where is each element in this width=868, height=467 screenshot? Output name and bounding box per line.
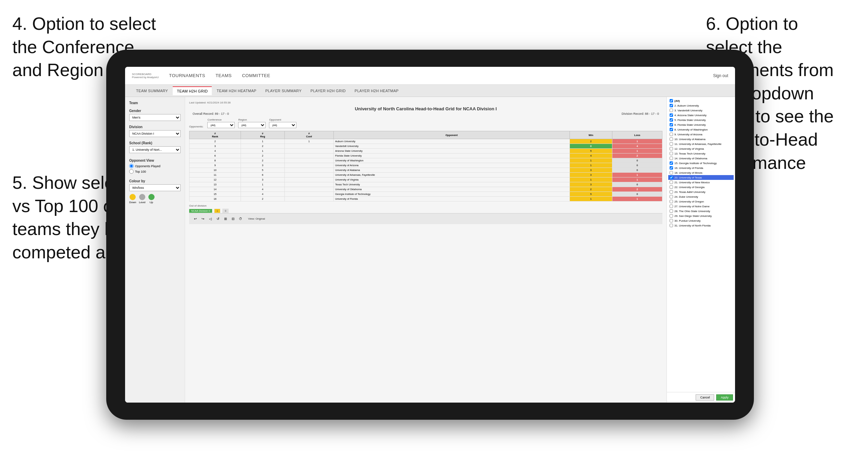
- cell-opponent: Texas Tech University: [333, 182, 570, 187]
- dropdown-checkbox[interactable]: [670, 209, 673, 213]
- dropdown-item-label: 28. The Ohio State University: [674, 210, 710, 213]
- dropdown-checkbox[interactable]: [670, 224, 673, 227]
- school-select[interactable]: 1. University of Nort...: [129, 146, 181, 153]
- dropdown-checkbox[interactable]: [670, 109, 673, 112]
- cancel-button[interactable]: Cancel: [696, 394, 714, 401]
- dropdown-checkbox[interactable]: [670, 205, 673, 208]
- dropdown-checkbox[interactable]: [670, 128, 673, 131]
- sign-out-button[interactable]: Sign out: [713, 73, 728, 78]
- dropdown-checkbox[interactable]: [670, 195, 673, 198]
- dropdown-checkbox[interactable]: [670, 157, 673, 160]
- dropdown-item[interactable]: 31. University of North Florida: [668, 223, 734, 228]
- colour-select[interactable]: Win/loss: [129, 184, 181, 191]
- apply-button[interactable]: Apply: [716, 394, 733, 401]
- dropdown-item[interactable]: 24. Duke University: [668, 194, 734, 199]
- back-icon[interactable]: ◁: [208, 216, 213, 222]
- radio-opponents-played[interactable]: Opponents Played: [129, 164, 181, 168]
- up-label: Up: [149, 201, 153, 204]
- dropdown-item[interactable]: 13. Texas Tech University: [668, 151, 734, 156]
- dropdown-item[interactable]: 5. Florida State University: [668, 118, 734, 122]
- cell-reg: 1: [241, 149, 284, 153]
- dropdown-checkbox[interactable]: [670, 123, 673, 126]
- dropdown-item[interactable]: 20. University of Texas: [668, 175, 734, 180]
- cell-loss: 0: [612, 182, 662, 187]
- col-rank: #Rank: [190, 131, 241, 139]
- dropdown-item[interactable]: 6. Florida State University: [668, 122, 734, 127]
- dropdown-checkbox[interactable]: [670, 200, 673, 203]
- dropdown-item[interactable]: 9. University of Arizona: [668, 132, 734, 137]
- tab-player-summary[interactable]: PLAYER SUMMARY: [261, 87, 306, 95]
- region-select[interactable]: (All): [238, 122, 266, 128]
- cell-rank: 12: [190, 177, 241, 182]
- table-row: 6 2 Florida State University 4 2: [190, 153, 662, 158]
- clock-icon[interactable]: ⏱: [238, 216, 243, 222]
- cell-win: 1: [570, 177, 612, 182]
- tab-player-h2h-grid[interactable]: PLAYER H2H GRID: [306, 87, 350, 95]
- toolbar-bottom: ↩ ↪ ◁ ↺ ⊞ ⊟ ⏱ View: Original: [189, 213, 662, 224]
- tab-team-h2h-heatmap[interactable]: TEAM H2H HEATMAP: [212, 87, 260, 95]
- dropdown-item-label: 16. University of Florida: [674, 167, 703, 170]
- dropdown-item[interactable]: 8. University of Washington: [668, 127, 734, 132]
- dropdown-checkbox[interactable]: [670, 118, 673, 122]
- tab-team-summary[interactable]: TEAM SUMMARY: [132, 87, 172, 95]
- dropdown-item[interactable]: (All): [668, 98, 734, 103]
- dropdown-item[interactable]: 16. University of Florida: [668, 165, 734, 170]
- dropdown-item[interactable]: 4. Arizona State University: [668, 113, 734, 118]
- dropdown-item[interactable]: 14. University of Oklahoma: [668, 156, 734, 161]
- conference-select[interactable]: (All): [207, 122, 235, 128]
- table-row: 3 2 Vanderbilt University 0 4: [190, 144, 662, 149]
- opponent-select[interactable]: (All): [269, 122, 296, 128]
- dropdown-checkbox[interactable]: [670, 152, 673, 155]
- dropdown-checkbox[interactable]: [670, 190, 673, 194]
- dropdown-item[interactable]: 21. University of New Mexico: [668, 180, 734, 185]
- dropdown-checkbox[interactable]: [670, 176, 673, 179]
- dropdown-item[interactable]: 30. Purdue University: [668, 218, 734, 223]
- division-select[interactable]: NCAA Division I: [129, 130, 181, 137]
- dropdown-item[interactable]: 3. Vanderbilt University: [668, 108, 734, 113]
- dropdown-checkbox[interactable]: [670, 133, 673, 136]
- dropdown-item[interactable]: 10. University of Alabama: [668, 137, 734, 142]
- dropdown-item[interactable]: 2. Auburn University: [668, 103, 734, 108]
- dropdown-checkbox[interactable]: [670, 104, 673, 107]
- cell-rank: 6: [190, 153, 241, 158]
- dropdown-item[interactable]: 27. University of Notre Dame: [668, 204, 734, 209]
- opponent-dropdown-panel: (All)2. Auburn University3. Vanderbilt U…: [667, 97, 735, 403]
- dropdown-item[interactable]: 15. Georgia Institute of Technology: [668, 161, 734, 165]
- radio-top-100[interactable]: Top 100: [129, 169, 181, 174]
- dropdown-checkbox[interactable]: [670, 171, 673, 174]
- dropdown-item[interactable]: 29. San Diego State University: [668, 213, 734, 218]
- tab-player-h2h-heatmap[interactable]: PLAYER H2H HEATMAP: [351, 87, 403, 95]
- dropdown-item[interactable]: 12. University of Virginia: [668, 146, 734, 151]
- tab-team-h2h-grid[interactable]: TEAM H2H GRID: [173, 86, 212, 95]
- dropdown-checkbox[interactable]: [670, 161, 673, 165]
- dropdown-checkbox[interactable]: [670, 219, 673, 222]
- gender-select[interactable]: Men's: [129, 114, 181, 121]
- grid-area: Last Updated: 4/21/2024 16:55:38 Univers…: [185, 97, 667, 403]
- division-win: 1: [214, 209, 220, 213]
- dropdown-list[interactable]: (All)2. Auburn University3. Vanderbilt U…: [667, 97, 735, 392]
- dropdown-item[interactable]: 23. Texas A&M University: [668, 189, 734, 194]
- refresh-icon[interactable]: ↺: [215, 216, 221, 222]
- dropdown-checkbox[interactable]: [670, 166, 673, 170]
- undo-icon[interactable]: ↩: [193, 216, 198, 222]
- dropdown-item[interactable]: 28. The Ohio State University: [668, 209, 734, 213]
- redo-icon[interactable]: ↪: [200, 216, 206, 222]
- dropdown-item[interactable]: 18. University of Illinois: [668, 170, 734, 175]
- copy-icon[interactable]: ⊞: [223, 216, 228, 222]
- dropdown-checkbox[interactable]: [670, 142, 673, 146]
- nav-teams[interactable]: TEAMS: [216, 71, 232, 80]
- dropdown-checkbox[interactable]: [670, 137, 673, 141]
- cell-reg: 6: [241, 173, 284, 177]
- dropdown-checkbox[interactable]: [670, 181, 673, 184]
- dropdown-checkbox[interactable]: [670, 185, 673, 189]
- dropdown-item[interactable]: 25. University of Oregon: [668, 199, 734, 204]
- dropdown-checkbox[interactable]: [670, 214, 673, 218]
- paste-icon[interactable]: ⊟: [230, 216, 236, 222]
- dropdown-item[interactable]: 11. University of Arkansas, Fayetteville: [668, 142, 734, 146]
- dropdown-checkbox[interactable]: [670, 113, 673, 117]
- nav-tournaments[interactable]: TOURNAMENTS: [169, 71, 205, 80]
- dropdown-checkbox[interactable]: [670, 147, 673, 150]
- nav-committee[interactable]: COMMITTEE: [242, 71, 270, 80]
- dropdown-item[interactable]: 22. University of Georgia: [668, 185, 734, 189]
- dropdown-checkbox[interactable]: [670, 99, 673, 102]
